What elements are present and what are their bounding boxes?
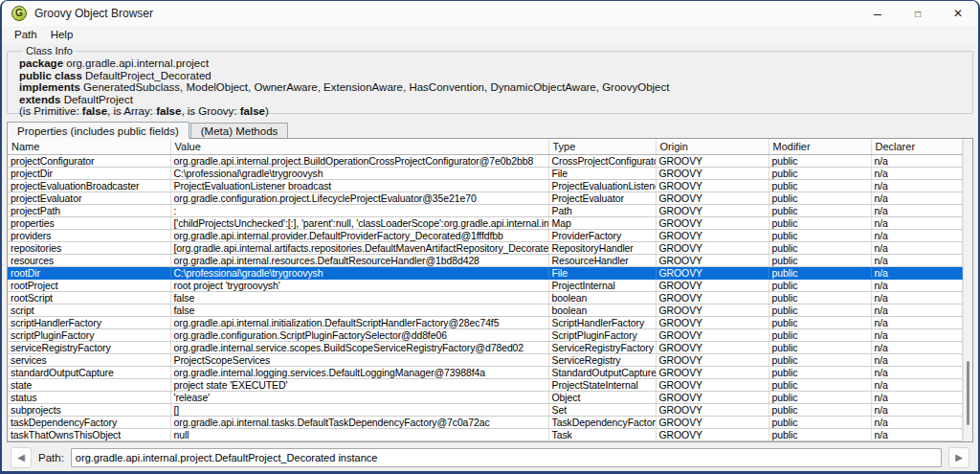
- menu-path[interactable]: Path: [8, 28, 44, 41]
- table-cell: ProviderFactory: [548, 229, 656, 241]
- path-back-button[interactable]: ◀: [11, 447, 32, 468]
- table-cell: false: [170, 291, 548, 304]
- table-cell: n/a: [871, 167, 963, 179]
- table-row-projectPath[interactable]: projectPath:PathGROOVYpublicn/a: [8, 204, 963, 216]
- table-cell: boolean: [548, 304, 656, 316]
- table-cell: ProjectStateInternal: [548, 378, 656, 391]
- table-cell: public: [768, 416, 871, 428]
- table-cell: ServiceRegistry: [548, 353, 656, 366]
- column-header-modifier[interactable]: Modifier: [768, 139, 871, 154]
- table-row-rootScript[interactable]: rootScriptfalsebooleanGROOVYpublicn/a: [8, 291, 963, 304]
- table-cell: public: [768, 279, 871, 291]
- table-cell: n/a: [871, 378, 963, 391]
- table-cell: n/a: [871, 192, 963, 204]
- window-controls: – □ ✕: [858, 1, 978, 26]
- table-cell: GROOVY: [656, 416, 768, 428]
- table-cell: public: [768, 216, 871, 229]
- table-cell: GROOVY: [656, 304, 768, 316]
- table-cell: boolean: [548, 291, 656, 304]
- table-row-script[interactable]: scriptfalsebooleanGROOVYpublicn/a: [8, 304, 963, 316]
- tab-properties[interactable]: Properties (includes public fields): [7, 122, 189, 139]
- table-cell: File: [548, 266, 656, 279]
- table-cell: serviceRegistryFactory: [8, 341, 170, 353]
- menu-bar: Path Help: [2, 26, 978, 43]
- table-row-scriptPluginFactory[interactable]: scriptPluginFactoryorg.gradle.configurat…: [8, 328, 963, 341]
- table-row-taskThatOwnsThisObject[interactable]: taskThatOwnsThisObjectnullTaskGROOVYpubl…: [8, 428, 963, 440]
- class-info-lines: package org.gradle.api.internal.projectp…: [19, 57, 972, 118]
- table-cell: standardOutputCapture: [8, 366, 170, 378]
- forward-arrow-icon: ▶: [955, 452, 963, 463]
- table-cell: CrossProjectConfigurator: [548, 154, 656, 167]
- table-row-status[interactable]: status'release'ObjectGROOVYpublicn/a: [8, 391, 963, 403]
- table-cell: scriptHandlerFactory: [8, 316, 170, 328]
- menu-help[interactable]: Help: [44, 28, 80, 41]
- table-row-resources[interactable]: resourcesorg.gradle.api.internal.resourc…: [8, 254, 963, 266]
- path-forward-button[interactable]: ▶: [948, 447, 969, 468]
- table-row-subprojects[interactable]: subprojects[]SetGROOVYpublicn/a: [8, 403, 963, 416]
- table-row-projectEvaluator[interactable]: projectEvaluatororg.gradle.configuration…: [8, 192, 963, 204]
- table-cell: project state 'EXECUTED': [170, 378, 548, 391]
- table-cell: org.gradle.api.internal.project.BuildOpe…: [170, 154, 548, 167]
- table-cell: n/a: [871, 428, 963, 440]
- class-info-legend: Class Info: [23, 45, 76, 56]
- table-cell: GROOVY: [656, 192, 768, 204]
- table-cell: n/a: [871, 266, 963, 279]
- minimize-icon[interactable]: –: [858, 1, 898, 26]
- table-cell: C:\professional\gradle\trygroovysh: [170, 266, 548, 279]
- column-header-name[interactable]: Name: [8, 139, 170, 154]
- table-cell: org.gradle.api.internal.initialization.D…: [170, 316, 548, 328]
- path-input[interactable]: [71, 448, 942, 467]
- class-info-line: implements GeneratedSubclass, ModelObjec…: [19, 81, 972, 94]
- table-cell: scriptPluginFactory: [8, 328, 170, 341]
- column-header-type[interactable]: Type: [548, 139, 656, 154]
- table-row-standardOutputCapture[interactable]: standardOutputCaptureorg.gradle.internal…: [8, 366, 963, 378]
- table-cell: public: [768, 192, 871, 204]
- close-icon[interactable]: ✕: [938, 1, 978, 26]
- table-cell: n/a: [871, 179, 963, 192]
- table-cell: GROOVY: [656, 341, 768, 353]
- table-cell: public: [768, 378, 871, 391]
- maximize-icon[interactable]: □: [898, 1, 938, 26]
- properties-table: NameValueTypeOriginModifierDeclarer proj…: [8, 139, 963, 441]
- table-row-state[interactable]: stateproject state 'EXECUTED'ProjectStat…: [8, 378, 963, 391]
- table-cell: n/a: [871, 304, 963, 316]
- table-cell: n/a: [871, 366, 963, 378]
- table-cell: ScriptPluginFactory: [548, 328, 656, 341]
- scrollbar-thumb-icon[interactable]: [967, 361, 969, 425]
- table-row-serviceRegistryFactory[interactable]: serviceRegistryFactoryorg.gradle.interna…: [8, 341, 963, 353]
- table-row-rootDir[interactable]: rootDirC:\professional\gradle\trygroovys…: [8, 266, 963, 279]
- table-cell: subprojects: [8, 403, 170, 416]
- table-row-rootProject[interactable]: rootProjectroot project 'trygroovysh'Pro…: [8, 279, 963, 291]
- table-cell: public: [768, 316, 871, 328]
- table-row-providers[interactable]: providersorg.gradle.api.internal.provide…: [8, 229, 963, 241]
- table-cell: n/a: [871, 279, 963, 291]
- table-cell: n/a: [871, 341, 963, 353]
- table-cell: TaskDependencyFactory: [548, 416, 656, 428]
- table-row-projectEvaluationBroadcaster[interactable]: projectEvaluationBroadcasterProjectEvalu…: [8, 179, 963, 192]
- table-cell: public: [768, 428, 871, 440]
- table-cell: GROOVY: [656, 378, 768, 391]
- column-header-declarer[interactable]: Declarer: [871, 139, 963, 154]
- table-row-projectConfigurator[interactable]: projectConfiguratororg.gradle.api.intern…: [8, 154, 963, 167]
- table-cell: n/a: [871, 216, 963, 229]
- table-cell: C:\professional\gradle\trygroovysh: [170, 167, 548, 179]
- table-cell: ScriptHandlerFactory: [548, 316, 656, 328]
- table-row-scriptHandlerFactory[interactable]: scriptHandlerFactoryorg.gradle.api.inter…: [8, 316, 963, 328]
- properties-table-container: NameValueTypeOriginModifierDeclarer proj…: [7, 138, 973, 442]
- tab-meta-methods[interactable]: (Meta) Methods: [190, 123, 289, 138]
- table-cell: public: [768, 204, 871, 216]
- table-row-repositories[interactable]: repositories[org.gradle.api.internal.art…: [8, 241, 963, 254]
- column-header-origin[interactable]: Origin: [656, 139, 768, 154]
- table-row-projectDir[interactable]: projectDirC:\professional\gradle\trygroo…: [8, 167, 963, 179]
- table-cell: resources: [8, 254, 170, 266]
- table-row-properties[interactable]: properties['childProjectsUnchecked':[:],…: [8, 216, 963, 229]
- table-cell: RepositoryHandler: [548, 241, 656, 254]
- column-header-value[interactable]: Value: [170, 139, 548, 154]
- table-cell: GROOVY: [656, 403, 768, 416]
- vertical-scrollbar[interactable]: [963, 139, 972, 441]
- table-cell: GROOVY: [656, 167, 768, 179]
- table-cell: GROOVY: [656, 366, 768, 378]
- table-row-taskDependencyFactory[interactable]: taskDependencyFactoryorg.gradle.api.inte…: [8, 416, 963, 428]
- table-row-services[interactable]: servicesProjectScopeServicesServiceRegis…: [8, 353, 963, 366]
- table-cell: state: [8, 378, 170, 391]
